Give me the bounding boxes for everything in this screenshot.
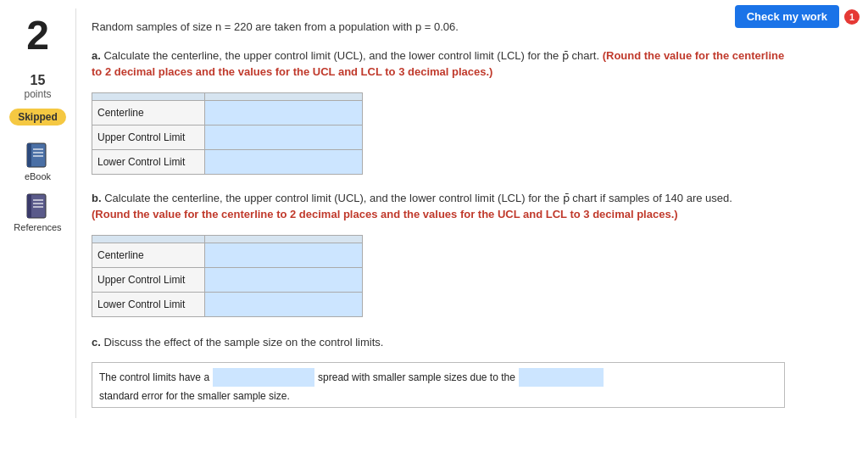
points-value: 15 bbox=[31, 73, 46, 88]
top-bar: Check my work 1 bbox=[726, 0, 868, 33]
part-a-col-header-label bbox=[92, 92, 205, 100]
table-row: Upper Control Limit bbox=[92, 125, 363, 149]
centerline-input[interactable] bbox=[210, 104, 357, 121]
table-row: Lower Control Limit bbox=[92, 292, 363, 316]
part-a-label: a. bbox=[92, 49, 101, 62]
points-label: points bbox=[24, 88, 51, 100]
part-a-col-header-value bbox=[204, 92, 362, 100]
b-ucl-input-cell bbox=[204, 267, 362, 292]
b-lcl-input-cell bbox=[204, 292, 362, 316]
part-b-text: b. Calculate the centerline, the upper c… bbox=[92, 190, 785, 223]
part-c-text: c. Discuss the effect of the sample size… bbox=[92, 334, 785, 351]
b-lcl-input[interactable] bbox=[210, 296, 357, 313]
fill-prefix: The control limits have a bbox=[99, 371, 209, 383]
b-ucl-label: Upper Control Limit bbox=[92, 267, 205, 292]
part-c-section: c. Discuss the effect of the sample size… bbox=[92, 334, 785, 409]
part-a-table: Centerline Upper Control Limit Lower Con… bbox=[92, 92, 363, 175]
fill-suffix: standard error for the smaller sample si… bbox=[99, 390, 290, 402]
skipped-badge: Skipped bbox=[9, 109, 66, 126]
left-sidebar: 2 15 points Skipped eBook References bbox=[0, 8, 76, 418]
table-row: Lower Control Limit bbox=[92, 149, 363, 174]
part-b-col-header-label bbox=[92, 235, 205, 243]
fill-input-1[interactable] bbox=[213, 368, 314, 387]
question-intro: Random samples of size n = 220 are taken… bbox=[92, 19, 785, 36]
question-number: 2 bbox=[26, 15, 49, 56]
ebook-button[interactable]: eBook bbox=[25, 142, 51, 181]
part-a-table-container: Centerline Upper Control Limit Lower Con… bbox=[92, 92, 785, 175]
references-label: References bbox=[14, 222, 61, 232]
ucl-label: Upper Control Limit bbox=[92, 125, 205, 149]
svg-rect-1 bbox=[27, 143, 31, 167]
ebook-icon bbox=[25, 142, 49, 170]
page-layout: 2 15 points Skipped eBook References bbox=[0, 0, 868, 418]
part-b-col-header-value bbox=[204, 235, 362, 243]
b-centerline-label: Centerline bbox=[92, 243, 205, 267]
fill-middle: spread with smaller sample sizes due to … bbox=[318, 371, 515, 383]
part-b-section: b. Calculate the centerline, the upper c… bbox=[92, 190, 785, 317]
ucl-input-cell bbox=[204, 125, 362, 149]
b-centerline-input[interactable] bbox=[210, 247, 357, 264]
check-my-work-button[interactable]: Check my work bbox=[735, 5, 839, 28]
lcl-input-cell bbox=[204, 149, 362, 174]
main-content: Random samples of size n = 220 are taken… bbox=[76, 8, 805, 418]
part-a-text: a. Calculate the centerline, the upper c… bbox=[92, 47, 785, 81]
table-row: Centerline bbox=[92, 100, 363, 125]
b-lcl-label: Lower Control Limit bbox=[92, 292, 205, 316]
table-row: Upper Control Limit bbox=[92, 267, 363, 292]
b-centerline-input-cell bbox=[204, 243, 362, 267]
lcl-input[interactable] bbox=[210, 153, 357, 170]
part-c-label: c. bbox=[92, 336, 101, 349]
svg-rect-6 bbox=[27, 194, 31, 218]
fill-input-2[interactable] bbox=[519, 368, 604, 387]
part-c-description: Discuss the effect of the sample size on… bbox=[103, 336, 383, 349]
references-button[interactable]: References bbox=[14, 193, 61, 232]
table-row: Centerline bbox=[92, 243, 363, 267]
b-ucl-input[interactable] bbox=[210, 271, 357, 288]
part-b-instruction: (Round the value for the centerline to 2… bbox=[92, 208, 678, 220]
ucl-input[interactable] bbox=[210, 129, 357, 146]
part-c-fill-in-row: The control limits have a spread with sm… bbox=[92, 362, 785, 408]
lcl-label: Lower Control Limit bbox=[92, 149, 205, 174]
part-b-table-container: Centerline Upper Control Limit bbox=[92, 235, 785, 317]
part-b-table: Centerline Upper Control Limit bbox=[92, 235, 363, 317]
references-icon bbox=[25, 193, 49, 220]
part-b-label: b. bbox=[92, 192, 102, 204]
centerline-label: Centerline bbox=[92, 100, 205, 125]
centerline-input-cell bbox=[204, 100, 362, 125]
part-b-description: Calculate the centerline, the upper cont… bbox=[104, 192, 732, 204]
notification-badge: 1 bbox=[844, 9, 860, 25]
ebook-label: eBook bbox=[25, 171, 51, 181]
part-a-description: Calculate the centerline, the upper cont… bbox=[103, 49, 599, 62]
